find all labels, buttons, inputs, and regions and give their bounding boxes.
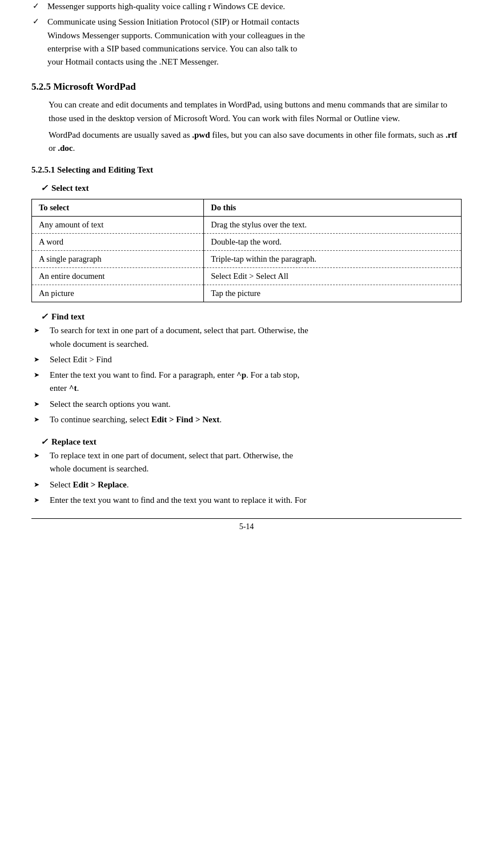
table-row: An entire documentSelect Edit > Select A…	[32, 268, 462, 285]
intro-bullet-2: Communicate using Session Initiation Pro…	[31, 15, 462, 69]
find-text-heading: ✓ Find text	[41, 311, 462, 322]
table-cell-col2: Drag the stylus over the text.	[204, 217, 462, 234]
select-table: To select Do this Any amount of textDrag…	[31, 199, 462, 302]
replace-text-label: Replace text	[51, 437, 97, 447]
table-cell-col1: A word	[32, 234, 204, 251]
table-row: Any amount of textDrag the stylus over t…	[32, 217, 462, 234]
table-cell-col1: An picture	[32, 285, 204, 302]
find-bullet-2: Select Edit > Find	[31, 353, 462, 366]
table-header-col2: Do this	[204, 199, 462, 217]
table-row: A single paragraphTriple-tap within the …	[32, 251, 462, 268]
edit-replace: Edit > Replace	[73, 480, 126, 489]
replace-bullet-1: To replace text in one part of document,…	[31, 449, 462, 476]
table-cell-col2: Tap the picture	[204, 285, 462, 302]
table-cell-col1: Any amount of text	[32, 217, 204, 234]
find-bullet-3: Enter the text you want to find. For a p…	[31, 369, 462, 395]
table-cell-col1: An entire document	[32, 268, 204, 285]
checkmark-icon-find: ✓	[41, 311, 48, 322]
select-text-heading: ✓ Select text	[41, 183, 462, 193]
wordpad-para2: WordPad documents are usually saved as .…	[49, 129, 462, 155]
select-text-label: Select text	[51, 183, 89, 193]
caret-p: ^p	[237, 370, 246, 379]
find-bullet-5: To continue searching, select Edit > Fin…	[31, 413, 462, 426]
page-number: 5-14	[239, 522, 254, 531]
replace-text-bullets: To replace text in one part of document,…	[31, 449, 462, 507]
page-footer: 5-14	[31, 518, 462, 531]
table-cell-col2: Double-tap the word.	[204, 234, 462, 251]
find-bullet-4: Select the search options you want.	[31, 398, 462, 411]
table-cell-col1: A single paragraph	[32, 251, 204, 268]
replace-text-heading: ✓ Replace text	[41, 437, 462, 447]
replace-bullet-2: Select Edit > Replace.	[31, 478, 462, 491]
bold-rtf: .rtf	[446, 130, 457, 139]
edit-find-next: Edit > Find > Next	[151, 415, 220, 424]
table-row: An pictureTap the picture	[32, 285, 462, 302]
find-text-bullets: To search for text in one part of a docu…	[31, 324, 462, 426]
table-header-col1: To select	[32, 199, 204, 217]
intro-bullets: Messenger supports high-quality voice ca…	[31, 0, 462, 69]
table-row: A wordDouble-tap the word.	[32, 234, 462, 251]
page-content: Messenger supports high-quality voice ca…	[0, 0, 493, 507]
wordpad-para1: You can create and edit documents and te…	[49, 98, 462, 125]
find-bullet-1: To search for text in one part of a docu…	[31, 324, 462, 351]
table-cell-col2: Select Edit > Select All	[204, 268, 462, 285]
checkmark-icon-replace: ✓	[41, 437, 48, 447]
checkmark-icon: ✓	[41, 183, 48, 193]
replace-bullet-3: Enter the text you want to find and the …	[31, 494, 462, 507]
table-cell-col2: Triple-tap within the paragraph.	[204, 251, 462, 268]
find-text-label: Find text	[51, 312, 85, 322]
bold-doc: .doc	[58, 143, 73, 153]
bold-pwd: .pwd	[192, 130, 210, 139]
caret-t: ^t	[69, 383, 77, 393]
section-editing-heading: 5.2.5.1 Selecting and Editing Text	[31, 165, 462, 175]
intro-bullet-1: Messenger supports high-quality voice ca…	[31, 0, 462, 13]
section-wordpad-heading: 5.2.5 Microsoft WordPad	[31, 81, 462, 93]
